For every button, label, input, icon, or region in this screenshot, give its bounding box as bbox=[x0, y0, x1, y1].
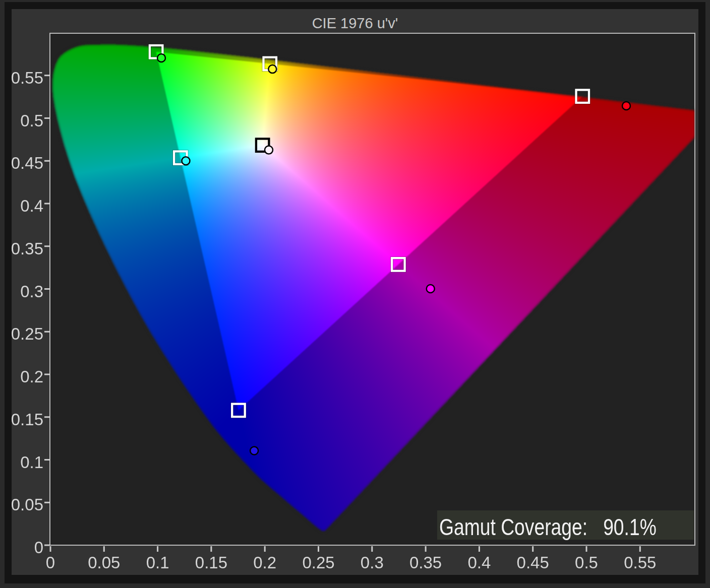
svg-text:0.05: 0.05 bbox=[11, 495, 43, 514]
svg-text:0.55: 0.55 bbox=[624, 553, 656, 572]
svg-text:0.45: 0.45 bbox=[11, 154, 43, 172]
svg-text:0.25: 0.25 bbox=[11, 324, 43, 343]
svg-text:0.3: 0.3 bbox=[20, 282, 43, 301]
svg-text:0: 0 bbox=[34, 538, 43, 557]
svg-text:0.15: 0.15 bbox=[11, 410, 43, 429]
svg-text:0: 0 bbox=[46, 553, 55, 572]
svg-text:0.5: 0.5 bbox=[20, 111, 43, 130]
svg-text:0.1: 0.1 bbox=[20, 453, 43, 472]
svg-text:0.5: 0.5 bbox=[575, 553, 598, 572]
svg-text:0.2: 0.2 bbox=[20, 367, 43, 386]
svg-text:0.35: 0.35 bbox=[11, 239, 43, 258]
svg-text:0.45: 0.45 bbox=[517, 553, 549, 572]
svg-text:0.4: 0.4 bbox=[467, 553, 491, 572]
svg-text:0.2: 0.2 bbox=[253, 553, 276, 572]
svg-text:0.05: 0.05 bbox=[88, 553, 120, 572]
svg-text:0.1: 0.1 bbox=[146, 553, 169, 572]
svg-text:0.4: 0.4 bbox=[20, 197, 43, 215]
svg-text:0.25: 0.25 bbox=[302, 553, 334, 572]
svg-text:0.15: 0.15 bbox=[195, 553, 227, 572]
svg-text:0.35: 0.35 bbox=[409, 553, 442, 572]
svg-text:0.55: 0.55 bbox=[11, 69, 43, 87]
svg-text:0.3: 0.3 bbox=[361, 553, 384, 572]
